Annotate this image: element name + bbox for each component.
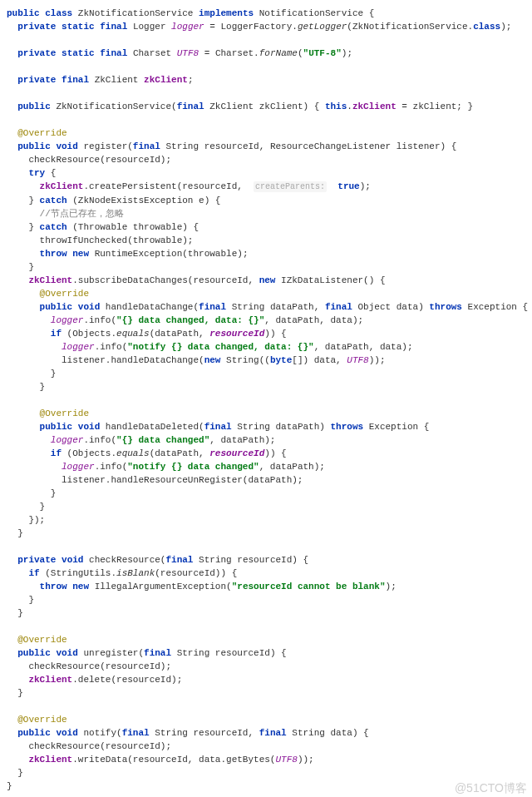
code-block: public class ZkNotificationService imple… xyxy=(7,7,525,793)
